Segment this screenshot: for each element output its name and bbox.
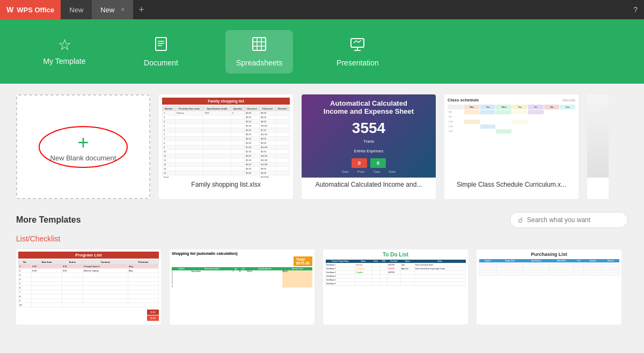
new-tab-button[interactable]: +	[133, 0, 150, 19]
wps-app-name: WPS Office	[17, 6, 54, 14]
wps-logo-icon: W	[6, 5, 13, 14]
more-templates-header: More Templates ☌	[16, 212, 628, 228]
search-bar[interactable]: ☌	[510, 212, 628, 228]
more-templates-title: More Templates	[16, 215, 81, 225]
tab1-label: New	[69, 6, 83, 14]
category-spreadsheets[interactable]: Spreadsheets	[225, 30, 293, 73]
class-schedule-name: Simple Class Schedule Curriculum.x...	[444, 178, 579, 192]
tab2-label: New	[100, 6, 114, 14]
main-content: + New Blank document Family shopping lis…	[0, 84, 644, 335]
document-label: Document	[144, 58, 178, 67]
purchasing-list-thumb: Purchasing List SupplierSupply CodeSpeci…	[477, 249, 621, 325]
todo-list-thumb: To Do List Project / Project NameStatusP…	[323, 249, 468, 325]
search-input[interactable]	[527, 216, 620, 224]
category-document[interactable]: Document	[129, 30, 193, 73]
spreadsheets-label: Spreadsheets	[236, 58, 282, 67]
help-button[interactable]: ?	[627, 5, 644, 14]
template-program-list[interactable]: Program List No.Start fromEnd atContents…	[16, 249, 161, 325]
tab-2[interactable]: New ×	[92, 0, 133, 19]
plus-icon: +	[77, 131, 89, 154]
spreadsheet-icon	[252, 36, 267, 54]
template-thumb-family: Family shopping list NumberPurchase Item…	[159, 94, 293, 178]
svg-rect-9	[351, 39, 364, 47]
template-class-schedule[interactable]: Class schedule 2024-2025 Mon Tue Wed Thu…	[444, 94, 579, 199]
template-purchasing-list[interactable]: Purchasing List SupplierSupply CodeSpeci…	[477, 249, 621, 325]
blank-label: New Blank document	[50, 154, 116, 162]
presentation-icon	[350, 36, 365, 54]
titlebar: W WPS Office New New × + ?	[0, 0, 644, 19]
template-thumb-schedule: Class schedule 2024-2025 Mon Tue Wed Thu…	[444, 94, 579, 178]
tab-1[interactable]: New	[61, 0, 92, 19]
search-icon: ☌	[518, 216, 523, 224]
svg-rect-0	[156, 38, 166, 50]
template-income-expense[interactable]: Automatical CalculatedIncome and Expense…	[302, 94, 436, 199]
new-blank-card[interactable]: + New Blank document	[16, 94, 150, 199]
income-sub2: Entries Expenses	[354, 149, 383, 153]
template-shopping-auto[interactable]: Shopping list (automatic calculation) To…	[170, 249, 314, 325]
family-shopping-name: Family shopping list.xlsx	[159, 178, 293, 192]
template-thumb-income: Automatical CalculatedIncome and Expense…	[302, 94, 436, 178]
income-sub: Trans	[363, 139, 374, 144]
section-list-checklist: List/Checklist	[16, 234, 628, 243]
svg-rect-4	[253, 38, 266, 50]
wps-logo[interactable]: W WPS Office	[0, 0, 61, 19]
tab-close-button[interactable]: ×	[121, 6, 125, 13]
category-presentation[interactable]: Presentation	[325, 30, 390, 73]
star-icon: ☆	[58, 38, 71, 53]
program-list-thumb: Program List No.Start fromEnd atContents…	[16, 249, 161, 325]
income-bars: 0 0	[352, 158, 386, 168]
income-expense-name: Automatical Calculated Income and...	[302, 178, 436, 192]
partial-template-card	[587, 94, 609, 199]
category-bar: ☆ My Template Document Spreadsheets	[0, 19, 644, 84]
shopping-auto-thumb: Shopping list (automatic calculation) To…	[170, 249, 314, 325]
income-number: 3554	[352, 120, 385, 137]
bottom-templates-row: Program List No.Start fromEnd atContents…	[16, 249, 628, 325]
presentation-label: Presentation	[336, 58, 379, 67]
document-icon	[153, 36, 169, 54]
my-template-label: My Template	[43, 57, 85, 65]
template-todo-list[interactable]: To Do List Project / Project NameStatusP…	[323, 249, 468, 325]
category-my-template[interactable]: ☆ My Template	[32, 31, 97, 72]
template-family-shopping[interactable]: Family shopping list NumberPurchase Item…	[159, 94, 293, 199]
templates-row: + New Blank document Family shopping lis…	[16, 94, 628, 199]
